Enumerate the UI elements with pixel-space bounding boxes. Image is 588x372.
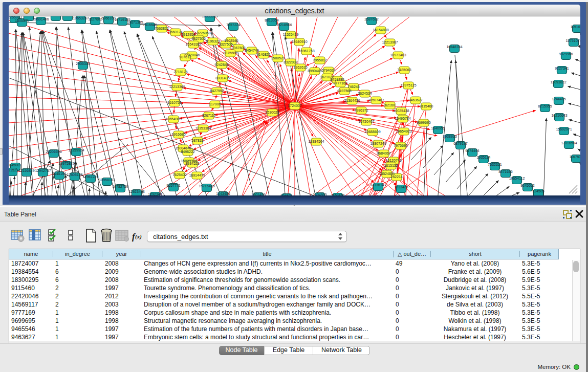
- svg-text:1305571: 1305571: [15, 19, 29, 23]
- svg-text:1145194: 1145194: [53, 172, 67, 176]
- svg-text:987612: 987612: [179, 55, 191, 59]
- svg-text:9699695: 9699695: [417, 121, 430, 124]
- svg-text:1362615: 1362615: [293, 65, 307, 69]
- svg-text:9115460: 9115460: [420, 104, 433, 108]
- svg-text:10688609: 10688609: [364, 130, 380, 134]
- svg-text:9327505: 9327505: [219, 42, 232, 46]
- svg-text:21364436: 21364436: [344, 99, 360, 102]
- svg-text:1733426: 1733426: [394, 185, 408, 189]
- svg-text:1151074: 1151074: [571, 25, 580, 29]
- svg-text:19384504: 19384504: [308, 140, 324, 143]
- svg-text:1167534: 1167534: [570, 155, 580, 159]
- svg-text:1615132: 1615132: [384, 164, 398, 167]
- svg-text:13226058: 13226058: [194, 31, 210, 35]
- svg-text:16648784: 16648784: [446, 45, 462, 49]
- svg-text:12093822: 12093822: [550, 80, 566, 84]
- svg-text:8454749: 8454749: [245, 49, 258, 52]
- svg-text:62160: 62160: [385, 103, 395, 107]
- svg-text:10507487: 10507487: [368, 98, 384, 102]
- svg-text:7357224: 7357224: [226, 23, 240, 27]
- svg-text:14136141: 14136141: [370, 183, 386, 187]
- svg-text:19218506: 19218506: [276, 23, 292, 27]
- svg-text:13975125: 13975125: [400, 83, 416, 87]
- svg-text:17359924: 17359924: [68, 148, 84, 152]
- svg-text:1244415: 1244415: [552, 97, 565, 101]
- svg-text:9657771: 9657771: [166, 184, 180, 187]
- svg-text:16154808: 16154808: [373, 28, 388, 32]
- svg-text:2367608: 2367608: [231, 46, 245, 50]
- svg-text:2718176: 2718176: [173, 70, 187, 74]
- svg-text:8322037: 8322037: [284, 60, 297, 64]
- svg-text:12156829: 12156829: [18, 169, 34, 172]
- svg-text:10654112: 10654112: [509, 177, 525, 180]
- svg-text:8471636: 8471636: [498, 170, 512, 173]
- svg-text:8938923: 8938923: [443, 135, 456, 138]
- svg-text:7986372: 7986372: [354, 108, 368, 112]
- svg-text:1640955: 1640955: [431, 126, 445, 130]
- svg-text:20206556: 20206556: [46, 150, 61, 154]
- svg-text:9329966: 9329966: [559, 52, 573, 56]
- svg-text:18640910: 18640910: [291, 40, 307, 43]
- svg-text:15692971: 15692971: [556, 127, 572, 131]
- svg-text:1303546: 1303546: [224, 39, 238, 42]
- svg-text:16914479: 16914479: [189, 173, 205, 177]
- svg-text:18807249: 18807249: [370, 142, 386, 145]
- svg-text:8934521: 8934521: [185, 162, 199, 165]
- svg-text:11353384: 11353384: [195, 126, 211, 130]
- svg-text:10025438: 10025438: [393, 109, 409, 113]
- svg-text:12923448: 12923448: [128, 190, 144, 193]
- svg-text:8215955: 8215955: [538, 104, 552, 108]
- svg-text:8912954: 8912954: [181, 33, 195, 36]
- svg-text:15720407: 15720407: [358, 120, 374, 123]
- svg-text:9146821: 9146821: [256, 53, 270, 56]
- svg-text:3624534: 3624534: [358, 92, 372, 95]
- svg-text:8427552: 8427552: [210, 89, 224, 93]
- svg-text:7663822: 7663822: [155, 27, 168, 30]
- svg-text:9474444: 9474444: [465, 149, 479, 152]
- svg-text:8031435: 8031435: [215, 76, 229, 80]
- svg-text:1043456: 1043456: [216, 192, 230, 195]
- svg-text:16543382: 16543382: [185, 42, 201, 46]
- svg-text:12942757: 12942757: [35, 169, 51, 172]
- svg-text:11525419: 11525419: [283, 33, 299, 36]
- svg-text:9227341: 9227341: [555, 67, 569, 70]
- svg-text:924505: 924505: [532, 189, 544, 193]
- svg-text:12505135: 12505135: [67, 173, 82, 177]
- svg-text:845001: 845001: [9, 163, 21, 167]
- svg-text:10973403: 10973403: [390, 53, 406, 57]
- svg-text:2687682: 2687682: [364, 17, 378, 21]
- svg-text:1610755: 1610755: [167, 101, 181, 104]
- svg-text:16120746: 16120746: [385, 159, 401, 162]
- svg-text:746246: 746246: [347, 85, 359, 89]
- svg-text:15004678: 15004678: [175, 146, 191, 150]
- svg-text:16961758: 16961758: [298, 49, 314, 53]
- svg-text:8451232: 8451232: [330, 78, 344, 81]
- svg-text:17957225: 17957225: [82, 175, 98, 179]
- svg-text:1358513: 1358513: [21, 16, 35, 17]
- svg-text:9463627: 9463627: [408, 98, 422, 102]
- svg-text:6966160: 6966160: [101, 16, 115, 20]
- svg-text:8196323: 8196323: [206, 39, 220, 43]
- svg-text:391521: 391521: [9, 168, 18, 172]
- svg-text:2530027: 2530027: [265, 111, 279, 114]
- svg-text:16033809: 16033809: [202, 16, 217, 18]
- svg-text:19654923: 19654923: [396, 129, 411, 133]
- svg-text:6794024: 6794024: [321, 69, 335, 72]
- svg-text:1724007: 1724007: [288, 104, 301, 107]
- svg-text:252214: 252214: [390, 175, 402, 179]
- svg-text:20691406: 20691406: [33, 17, 49, 21]
- svg-text:10958107: 10958107: [99, 178, 115, 182]
- svg-text:7632621: 7632621: [488, 163, 502, 166]
- svg-text:3267110: 3267110: [202, 114, 216, 117]
- svg-text:8875685: 8875685: [223, 51, 237, 55]
- svg-text:16210643: 16210643: [551, 114, 567, 117]
- svg-text:7975692: 7975692: [394, 144, 407, 147]
- svg-text:1916685: 1916685: [171, 133, 185, 136]
- svg-text:2935114: 2935114: [477, 156, 491, 159]
- svg-text:7515546: 7515546: [143, 23, 157, 27]
- svg-text:6879197: 6879197: [453, 142, 467, 145]
- svg-text:1527602: 1527602: [88, 17, 102, 21]
- svg-text:10654983: 10654983: [165, 117, 181, 121]
- svg-text:8498222: 8498222: [181, 150, 194, 154]
- svg-text:9684067: 9684067: [377, 151, 390, 155]
